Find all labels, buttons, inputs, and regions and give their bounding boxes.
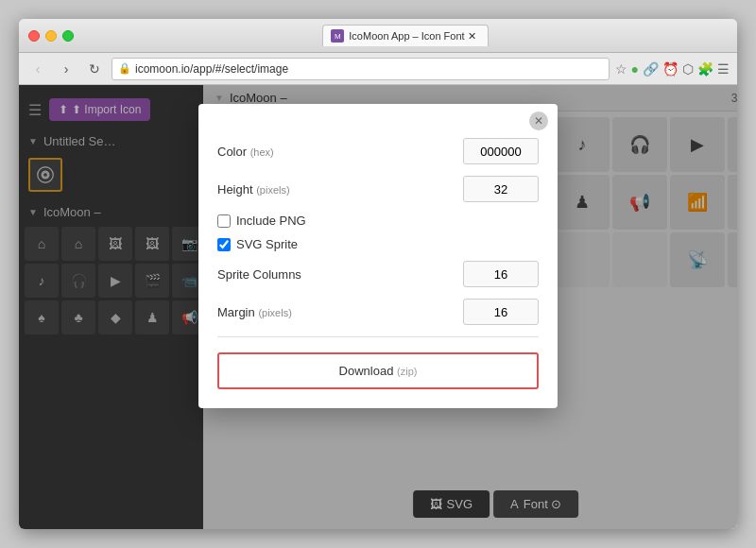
puzzle-icon[interactable]: 🧩 [697,61,713,77]
menu-icon[interactable]: ☰ [717,61,730,77]
color-row: Color (hex) [217,138,539,164]
color-label: Color (hex) [217,145,463,159]
address-text: icomoon.io/app/#/select/image [135,62,288,76]
modal-overlay: ✕ Color (hex) Height [19,85,737,529]
modal-header: ✕ [198,104,558,130]
svg-sprite-label[interactable]: SVG Sprite [236,237,298,251]
nav-icons-right: ☆ ● 🔗 ⏰ ⬡ 🧩 ☰ [615,61,730,77]
sprite-columns-input[interactable] [463,261,539,287]
lock-icon: 🔒 [118,62,131,75]
color-input[interactable] [463,138,539,164]
sprite-columns-row: Sprite Columns [217,261,539,287]
include-png-row: Include PNG [217,214,539,228]
tab-title: IcoMoon App – Icon Font ✕ [349,30,475,43]
layers-icon[interactable]: ⬡ [682,61,694,77]
margin-input[interactable] [463,299,539,325]
tab-bar: M IcoMoon App – Icon Font ✕ [83,25,728,46]
browser-tab[interactable]: M IcoMoon App – Icon Font ✕ [322,25,488,46]
tab-favicon: M [331,29,344,43]
traffic-lights [28,30,74,42]
modal-dialog: ✕ Color (hex) Height [198,104,558,408]
margin-label: Margin (pixels) [217,305,463,319]
forward-button[interactable]: › [55,58,77,80]
app-area: ☰ ⬆ ⬆ Import Icon ▼ Untitled Se… [19,85,737,529]
maximize-button[interactable] [62,30,74,42]
include-png-checkbox[interactable] [217,214,231,228]
minimize-button[interactable] [45,30,57,42]
height-row: Height (pixels) [217,176,539,202]
refresh-button[interactable]: ↻ [83,58,106,80]
modal-close-button[interactable]: ✕ [529,111,548,130]
modal-body: Color (hex) Height (pixels) [198,130,558,408]
close-button[interactable] [28,30,40,42]
svg-sprite-row: SVG Sprite [217,237,539,251]
download-button[interactable]: Download (zip) [217,352,539,389]
star-icon[interactable]: ☆ [615,61,627,77]
address-bar[interactable]: 🔒 icomoon.io/app/#/select/image [112,58,610,80]
nav-bar: ‹ › ↻ 🔒 icomoon.io/app/#/select/image ☆ … [19,53,737,85]
divider [217,336,539,337]
svg-sprite-checkbox[interactable] [217,238,231,251]
height-label: Height (pixels) [217,182,463,197]
back-button[interactable]: ‹ [26,58,49,80]
sprite-columns-label: Sprite Columns [217,267,463,282]
include-png-label[interactable]: Include PNG [236,214,306,228]
extension-icon[interactable]: 🔗 [643,61,659,77]
title-bar: M IcoMoon App – Icon Font ✕ [19,19,737,53]
clock-icon[interactable]: ⏰ [662,61,679,77]
margin-row: Margin (pixels) [217,299,539,325]
shield-icon[interactable]: ● [631,61,639,77]
height-input[interactable] [463,176,539,202]
